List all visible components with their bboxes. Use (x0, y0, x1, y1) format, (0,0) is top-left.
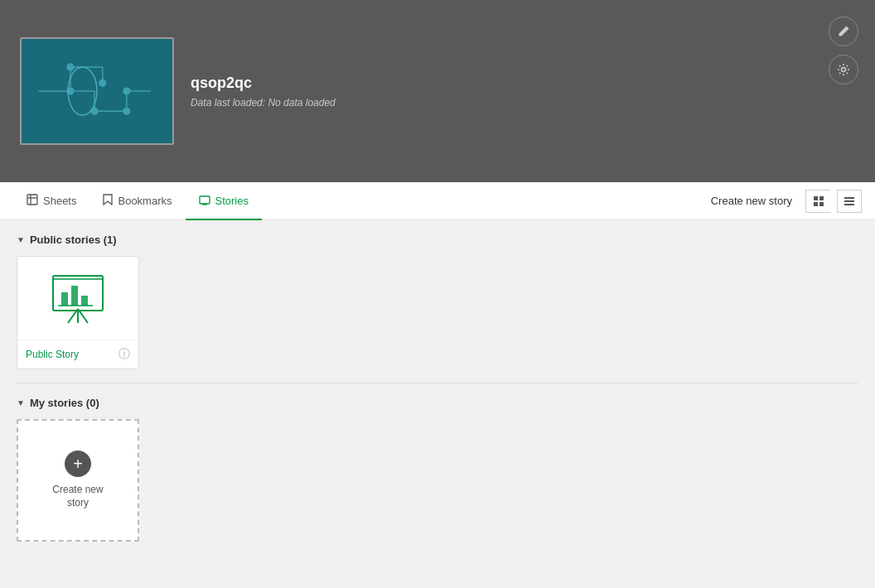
public-stories-chevron: ▼ (17, 235, 25, 244)
svg-point-17 (842, 68, 846, 72)
app-info: qsop2qc Data last loaded: No data loaded (191, 75, 336, 108)
stories-icon (199, 195, 210, 208)
nav-actions: Create new story (704, 190, 862, 213)
edit-button[interactable] (829, 17, 858, 46)
tab-stories[interactable]: Stories (186, 183, 262, 220)
svg-rect-37 (81, 296, 88, 306)
header-actions (829, 17, 858, 84)
main-content: ▼ Public stories (1) (0, 220, 875, 588)
settings-button[interactable] (829, 55, 858, 84)
svg-rect-36 (71, 286, 78, 306)
list-view-button[interactable] (837, 190, 862, 213)
grid-view-icon (813, 195, 824, 207)
section-divider (17, 383, 858, 383)
nav-bar: Sheets Bookmarks Stories Create new stor… (0, 182, 875, 220)
list-view-icon (844, 195, 855, 207)
public-story-card[interactable]: Public Story ⓘ (17, 256, 139, 369)
svg-point-15 (99, 80, 106, 86)
my-stories-grid: + Create newstory (17, 419, 858, 542)
my-stories-label: My stories (0) (30, 397, 99, 409)
story-info-icon[interactable]: ⓘ (118, 347, 130, 362)
app-title: qsop2qc (191, 75, 336, 92)
public-stories-label: Public stories (1) (30, 234, 117, 246)
svg-rect-18 (27, 195, 37, 205)
grid-view-button[interactable] (805, 190, 830, 213)
sheets-tab-label: Sheets (43, 195, 76, 207)
app-thumbnail[interactable] (20, 37, 174, 145)
svg-rect-28 (844, 197, 854, 199)
public-stories-section-header[interactable]: ▼ Public stories (1) (17, 234, 858, 246)
svg-rect-25 (819, 196, 824, 200)
create-new-story-card[interactable]: + Create newstory (17, 419, 139, 542)
create-story-header-button[interactable]: Create new story (704, 191, 799, 210)
public-story-thumbnail (17, 257, 138, 340)
svg-rect-29 (844, 200, 854, 202)
edit-icon (837, 25, 850, 38)
settings-icon (837, 63, 850, 76)
svg-rect-30 (844, 204, 854, 205)
svg-rect-27 (819, 202, 824, 206)
create-plus-icon: + (65, 451, 91, 477)
public-story-name: Public Story (26, 349, 79, 360)
sheets-icon (27, 194, 38, 208)
tab-bookmarks[interactable]: Bookmarks (89, 183, 185, 220)
svg-rect-24 (814, 196, 818, 200)
my-stories-chevron: ▼ (17, 398, 25, 407)
nav-tabs: Sheets Bookmarks Stories (13, 182, 704, 219)
app-header: qsop2qc Data last loaded: No data loaded (0, 0, 875, 182)
create-story-card-label: Create newstory (52, 484, 103, 509)
bookmark-icon (103, 194, 113, 208)
public-story-footer: Public Story ⓘ (17, 340, 138, 369)
story-thumbnail-art (45, 269, 111, 327)
tab-sheets[interactable]: Sheets (13, 183, 89, 220)
my-stories-section-header[interactable]: ▼ My stories (0) (17, 397, 858, 409)
app-subtitle: Data last loaded: No data loaded (191, 97, 336, 108)
bookmarks-tab-label: Bookmarks (118, 195, 172, 207)
svg-rect-35 (61, 292, 68, 306)
svg-rect-26 (814, 202, 818, 206)
svg-rect-21 (200, 196, 210, 204)
public-stories-grid: Public Story ⓘ (17, 256, 858, 369)
stories-tab-label: Stories (215, 195, 249, 207)
